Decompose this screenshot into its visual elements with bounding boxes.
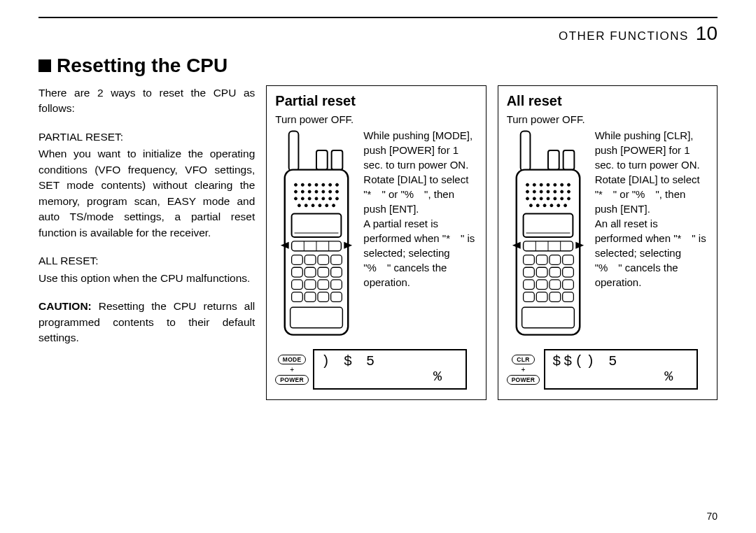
partial-step1: Turn power OFF. xyxy=(275,113,477,125)
svg-point-71 xyxy=(554,190,556,193)
svg-point-68 xyxy=(533,190,536,193)
partial-lcd-display: ) $ 5 % xyxy=(313,349,467,390)
svg-point-20 xyxy=(308,197,311,200)
svg-point-77 xyxy=(547,197,550,200)
main-title: Resetting the CPU xyxy=(38,55,718,77)
svg-rect-107 xyxy=(523,292,534,302)
svg-point-19 xyxy=(302,197,304,200)
svg-rect-39 xyxy=(292,255,303,265)
svg-point-64 xyxy=(554,183,556,186)
svg-rect-96 xyxy=(536,255,547,265)
svg-rect-0 xyxy=(289,132,299,171)
lcd-line2: % xyxy=(321,369,458,385)
svg-point-63 xyxy=(547,183,550,186)
svg-point-9 xyxy=(329,183,332,186)
svg-point-22 xyxy=(322,197,325,200)
svg-point-8 xyxy=(322,183,325,186)
svg-point-6 xyxy=(308,183,311,186)
svg-rect-100 xyxy=(536,267,547,277)
svg-point-17 xyxy=(336,190,339,193)
svg-point-61 xyxy=(533,183,536,186)
svg-point-26 xyxy=(305,204,308,207)
partial-reset-label: PARTIAL RESET: xyxy=(38,129,255,145)
power-key-icon: POWER xyxy=(507,375,540,385)
top-rule xyxy=(38,17,718,18)
svg-rect-49 xyxy=(318,280,329,290)
svg-point-16 xyxy=(329,190,332,193)
svg-rect-98 xyxy=(562,255,573,265)
all-instructions: While pushing [CLR], push [POWER] for 1 … xyxy=(595,128,708,345)
svg-rect-46 xyxy=(331,267,342,277)
lcd-line1: ) $ 5 xyxy=(321,354,458,369)
svg-point-86 xyxy=(564,204,566,207)
all-key-combo: CLR + POWER xyxy=(507,355,540,385)
svg-point-69 xyxy=(540,190,542,193)
svg-rect-103 xyxy=(523,280,534,290)
svg-point-30 xyxy=(332,204,335,207)
svg-point-67 xyxy=(526,190,528,193)
svg-point-74 xyxy=(526,197,528,200)
svg-point-25 xyxy=(298,204,301,207)
svg-rect-110 xyxy=(562,292,573,302)
power-key-icon: POWER xyxy=(275,375,309,385)
svg-rect-99 xyxy=(523,267,534,277)
svg-point-70 xyxy=(547,190,550,193)
svg-point-5 xyxy=(302,183,304,186)
all-display-row: CLR + POWER $$() 5 % xyxy=(507,349,708,390)
svg-point-75 xyxy=(533,197,536,200)
svg-rect-47 xyxy=(292,280,303,290)
handheld-radio-icon xyxy=(507,128,589,345)
lcd-line1: $$() 5 xyxy=(552,354,690,369)
svg-point-10 xyxy=(336,183,339,186)
svg-point-21 xyxy=(315,197,318,200)
page-header: OTHER FUNCTIONS 10 xyxy=(38,22,718,45)
svg-rect-105 xyxy=(550,280,561,290)
svg-point-15 xyxy=(322,190,325,193)
mode-key-icon: MODE xyxy=(278,355,307,364)
svg-rect-54 xyxy=(331,292,342,302)
svg-point-72 xyxy=(560,190,563,193)
svg-rect-108 xyxy=(536,292,547,302)
svg-rect-106 xyxy=(562,280,573,290)
svg-point-62 xyxy=(540,183,542,186)
intro-column: There are 2 ways to reset the CPU as fol… xyxy=(38,85,255,400)
partial-heading: Partial reset xyxy=(275,93,477,109)
svg-point-81 xyxy=(529,204,532,207)
svg-rect-104 xyxy=(536,280,547,290)
svg-point-29 xyxy=(326,204,328,207)
all-lcd-display: $$() 5 % xyxy=(544,349,698,390)
svg-rect-1 xyxy=(316,150,328,170)
svg-rect-55 xyxy=(290,307,343,328)
svg-rect-87 xyxy=(523,214,573,237)
svg-rect-58 xyxy=(563,150,574,170)
svg-rect-43 xyxy=(292,267,303,277)
svg-point-65 xyxy=(560,183,563,186)
svg-rect-56 xyxy=(520,132,530,171)
svg-rect-111 xyxy=(522,307,574,328)
svg-rect-57 xyxy=(548,150,559,170)
svg-rect-41 xyxy=(318,255,329,265)
plus-icon: + xyxy=(290,366,294,374)
all-step1: Turn power OFF. xyxy=(507,113,708,125)
svg-point-60 xyxy=(526,183,528,186)
svg-rect-52 xyxy=(305,292,316,302)
svg-point-79 xyxy=(560,197,563,200)
svg-rect-44 xyxy=(305,267,316,277)
intro-text: There are 2 ways to reset the CPU as fol… xyxy=(38,85,255,117)
svg-rect-31 xyxy=(292,214,342,237)
svg-point-23 xyxy=(329,197,332,200)
svg-point-28 xyxy=(318,204,321,207)
svg-point-73 xyxy=(567,190,570,193)
handheld-radio-icon xyxy=(275,128,358,345)
svg-rect-45 xyxy=(318,267,329,277)
caution-label: CAUTION: xyxy=(38,300,92,312)
svg-point-76 xyxy=(540,197,542,200)
svg-point-85 xyxy=(556,204,559,207)
all-reset-panel: All reset Turn power OFF. xyxy=(498,85,718,400)
svg-point-83 xyxy=(543,204,546,207)
svg-rect-2 xyxy=(332,150,343,170)
svg-rect-48 xyxy=(305,280,316,290)
svg-point-4 xyxy=(295,183,298,186)
title-text: Resetting the CPU xyxy=(57,55,227,77)
page-number: 70 xyxy=(706,511,718,522)
